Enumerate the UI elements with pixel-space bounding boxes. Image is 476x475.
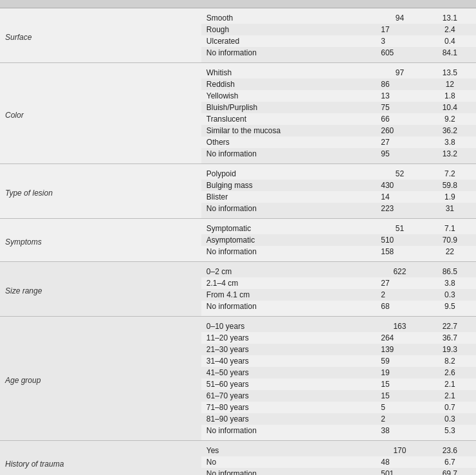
category-cell: Color	[0, 63, 201, 163]
col-variable	[201, 0, 376, 8]
table-row: History of traumaYes17023.6	[0, 441, 476, 456]
col-percentage	[424, 0, 476, 8]
variable-cell: 11–20 years	[201, 332, 376, 344]
variable-cell: 21–30 years	[201, 344, 376, 355]
variable-cell: Bluish/Purplish	[201, 102, 376, 113]
variable-cell: Yes	[201, 441, 376, 456]
variable-cell: Rough	[201, 24, 376, 35]
table-container: SurfaceSmooth9413.1Rough172.4Ulcerated30…	[0, 0, 476, 475]
number-cell: 27	[376, 277, 423, 289]
percentage-cell: 1.8	[424, 90, 476, 102]
variable-cell: 51–60 years	[201, 378, 376, 390]
number-cell: 223	[376, 203, 423, 218]
variable-cell: Translucent	[201, 113, 376, 125]
percentage-cell: 36.2	[424, 125, 476, 136]
variable-cell: No information	[201, 47, 376, 62]
number-cell: 15	[376, 390, 423, 402]
number-cell: 19	[376, 367, 423, 378]
percentage-cell: 2.6	[424, 367, 476, 378]
category-cell: Age group	[0, 317, 201, 440]
number-cell: 260	[376, 125, 423, 136]
number-cell: 158	[376, 246, 423, 261]
number-cell: 510	[376, 234, 423, 246]
number-cell: 501	[376, 468, 423, 475]
number-cell: 264	[376, 332, 423, 344]
number-cell: 170	[376, 441, 423, 456]
variable-cell: 0–10 years	[201, 317, 376, 332]
percentage-cell: 3.8	[424, 136, 476, 148]
number-cell: 430	[376, 180, 423, 191]
col-clinical-features	[0, 0, 201, 8]
variable-cell: 2.1–4 cm	[201, 277, 376, 289]
percentage-cell: 7.2	[424, 164, 476, 180]
number-cell: 163	[376, 317, 423, 332]
percentage-cell: 10.4	[424, 102, 476, 113]
number-cell: 51	[376, 219, 423, 234]
category-cell: Surface	[0, 8, 201, 63]
percentage-cell: 12	[424, 79, 476, 90]
number-cell: 2	[376, 289, 423, 301]
number-cell: 86	[376, 79, 423, 90]
variable-cell: No information	[201, 148, 376, 163]
percentage-cell: 23.6	[424, 441, 476, 456]
variable-cell: 71–80 years	[201, 402, 376, 413]
number-cell: 48	[376, 456, 423, 468]
number-cell: 52	[376, 164, 423, 180]
percentage-cell: 22	[424, 246, 476, 261]
variable-cell: 41–50 years	[201, 367, 376, 378]
number-cell: 27	[376, 136, 423, 148]
variable-cell: Whitish	[201, 63, 376, 79]
category-cell: Symptoms	[0, 219, 201, 261]
number-cell: 139	[376, 344, 423, 355]
percentage-cell: 6.7	[424, 456, 476, 468]
number-cell: 97	[376, 63, 423, 79]
number-cell: 68	[376, 301, 423, 316]
number-cell: 622	[376, 262, 423, 277]
variable-cell: 61–70 years	[201, 390, 376, 402]
data-table: SurfaceSmooth9413.1Rough172.4Ulcerated30…	[0, 0, 476, 475]
variable-cell: Blister	[201, 191, 376, 203]
percentage-cell: 59.8	[424, 180, 476, 191]
number-cell: 605	[376, 47, 423, 62]
table-row: Age group0–10 years16322.7	[0, 317, 476, 332]
percentage-cell: 0.3	[424, 289, 476, 301]
variable-cell: No information	[201, 301, 376, 316]
number-cell: 75	[376, 102, 423, 113]
percentage-cell: 5.3	[424, 425, 476, 440]
number-cell: 2	[376, 413, 423, 425]
number-cell: 66	[376, 113, 423, 125]
table-row: SymptomsSymptomatic517.1	[0, 219, 476, 234]
number-cell: 95	[376, 148, 423, 163]
percentage-cell: 69.7	[424, 468, 476, 475]
percentage-cell: 0.7	[424, 402, 476, 413]
number-cell: 5	[376, 402, 423, 413]
variable-cell: Yellowish	[201, 90, 376, 102]
number-cell: 17	[376, 24, 423, 35]
variable-cell: Similar to the mucosa	[201, 125, 376, 136]
variable-cell: 31–40 years	[201, 355, 376, 367]
percentage-cell: 86.5	[424, 262, 476, 277]
number-cell: 14	[376, 191, 423, 203]
number-cell: 15	[376, 378, 423, 390]
category-cell: History of trauma	[0, 441, 201, 475]
percentage-cell: 13.1	[424, 8, 476, 24]
variable-cell: Symptomatic	[201, 219, 376, 234]
percentage-cell: 7.1	[424, 219, 476, 234]
variable-cell: From 4.1 cm	[201, 289, 376, 301]
number-cell: 3	[376, 35, 423, 47]
variable-cell: Ulcerated	[201, 35, 376, 47]
variable-cell: No information	[201, 468, 376, 475]
percentage-cell: 9.2	[424, 113, 476, 125]
variable-cell: 0–2 cm	[201, 262, 376, 277]
percentage-cell: 19.3	[424, 344, 476, 355]
number-cell: 94	[376, 8, 423, 24]
category-cell: Type of lesion	[0, 164, 201, 218]
variable-cell: Bulging mass	[201, 180, 376, 191]
col-number	[376, 0, 423, 8]
variable-cell: No information	[201, 425, 376, 440]
table-header-row	[0, 0, 476, 8]
table-row: ColorWhitish9713.5	[0, 63, 476, 79]
variable-cell: Reddish	[201, 79, 376, 90]
table-row: Type of lesionPolypoid527.2	[0, 164, 476, 180]
variable-cell: Others	[201, 136, 376, 148]
